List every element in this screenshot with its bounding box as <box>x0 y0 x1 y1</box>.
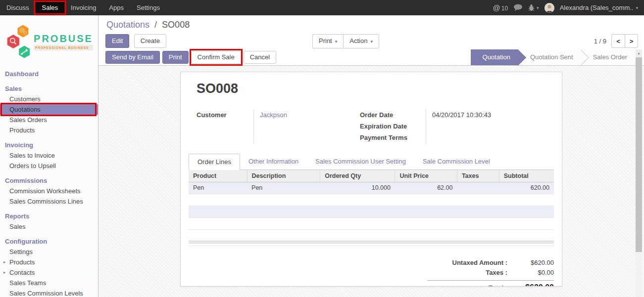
sidebar-item-commission-worksheets[interactable]: Commission Worksheets <box>0 186 98 196</box>
logo-subtitle: PROFESSIONAL BUSINESS <box>34 45 93 50</box>
tab-sale-commission-level[interactable]: Sale Commission Level <box>414 154 498 170</box>
sidebar-item-settings[interactable]: Settings <box>0 247 98 257</box>
sidebar-item-quotations[interactable]: Quotations <box>0 104 98 115</box>
user-name: Alexandra (Sales_comm.. <box>560 4 634 11</box>
sidebar-section-dashboard[interactable]: Dashboard <box>0 69 98 79</box>
menu-invoicing[interactable]: Invoicing <box>64 0 102 15</box>
confirm-sale-label: Confirm Sale <box>198 53 235 61</box>
tab-other-information[interactable]: Other Information <box>240 154 307 170</box>
taxes-row: Taxes : $0.00 <box>427 268 554 278</box>
chat-bubble-icon[interactable] <box>513 4 523 11</box>
pager-previous-button[interactable]: < <box>611 34 625 48</box>
topbar-right: @ 10 ▾ Alexandra (Sales_comm <box>493 0 644 15</box>
chevron-down-icon: ▾ <box>636 5 638 10</box>
scrollbar-up-arrow[interactable]: ▲ <box>636 49 642 57</box>
untaxed-amount-value: $620.00 <box>514 258 554 268</box>
expand-arrow-icon[interactable]: ▸ <box>3 267 6 278</box>
quotation-sheet: SO008 Customer Jackpson Order Date E <box>180 72 562 287</box>
sidebar-section-reports[interactable]: Reports <box>0 211 98 221</box>
breadcrumb-separator: / <box>154 20 157 30</box>
sidebar: PROBUSE PROFESSIONAL BUSINESS Dashboard … <box>0 15 99 297</box>
print-action-group: Print Action <box>312 34 379 48</box>
edit-button[interactable]: Edit <box>105 34 129 48</box>
mention-count: 10 <box>501 5 508 12</box>
sidebar-section-commissions[interactable]: Commissions <box>0 175 98 186</box>
bug-icon <box>528 4 535 11</box>
breadcrumb: Quotations / SO008 <box>99 15 644 32</box>
expand-arrow-icon[interactable]: ▸ <box>3 257 6 267</box>
confirm-sale-button[interactable]: Confirm Sale <box>191 51 241 64</box>
menu-sales[interactable]: Sales <box>36 0 65 15</box>
menu-settings[interactable]: Settings <box>130 0 166 15</box>
topbar-menu: Discuss Sales Invoicing Apps Settings <box>0 0 166 15</box>
send-by-email-button[interactable]: Send by Email <box>105 51 160 64</box>
table-header-row: Product Description Ordered Qty Unit Pri… <box>189 170 554 182</box>
notebook-tabs: Order Lines Other Information Sales Comm… <box>189 154 554 170</box>
order-date-field-label: Order Date <box>360 109 426 121</box>
pager-next-button[interactable]: > <box>625 34 638 48</box>
print-button[interactable]: Print <box>162 51 189 64</box>
sidebar-item-sales-commission-levels[interactable]: Sales Commission Levels <box>0 288 98 297</box>
probuse-logo: PROBUSE PROFESSIONAL BUSINESS <box>0 15 98 67</box>
order-date-value: 04/20/2017 10:30:43 <box>432 109 546 121</box>
sidebar-item-reports-sales[interactable]: Sales <box>0 221 98 232</box>
cell-subtotal: 620.00 <box>499 182 554 194</box>
sidebar-item-config-contacts[interactable]: ▸ Contacts <box>0 267 98 278</box>
form-toolbar: Send by Email Print Confirm Sale Cancel … <box>99 49 644 66</box>
sidebar-item-products[interactable]: Products <box>0 125 98 135</box>
sidebar-item-label: Products <box>9 258 35 266</box>
mentions-counter[interactable]: @ 10 <box>493 3 508 12</box>
sidebar-item-sales-commissions-lines[interactable]: Sales Commissions Lines <box>0 196 98 207</box>
action-dropdown-label: Action <box>349 37 367 44</box>
vertical-scrollbar: ▲ <box>636 49 642 297</box>
status-quotation-sent[interactable]: Quotation Sent <box>518 49 581 65</box>
breadcrumb-parent-link[interactable]: Quotations <box>106 20 149 30</box>
cell-description: Pen <box>247 182 320 194</box>
tab-order-lines[interactable]: Order Lines <box>189 154 240 170</box>
customer-value-link[interactable]: Jackpson <box>260 109 360 121</box>
sidebar-section-configuration[interactable]: Configuration <box>0 236 98 247</box>
section-separator-line <box>189 246 554 246</box>
sidebar-item-label: Contacts <box>9 269 35 276</box>
logo-title: PROBUSE <box>34 33 93 44</box>
empty-row <box>189 217 554 229</box>
avatar <box>545 3 554 13</box>
print-dropdown-button[interactable]: Print <box>312 34 343 48</box>
sidebar-item-sales-orders[interactable]: Sales Orders <box>0 115 98 125</box>
cell-ordered-qty: 10.000 <box>320 182 395 194</box>
debug-menu[interactable]: ▾ <box>528 4 539 11</box>
order-lines-table: Product Description Ordered Qty Unit Pri… <box>189 170 554 230</box>
column-header-subtotal: Subtotal <box>499 170 554 182</box>
order-line-row[interactable]: Pen Pen 10.000 62.00 620.00 <box>189 182 554 194</box>
create-button[interactable]: Create <box>134 34 166 48</box>
chevron-down-icon <box>332 37 338 44</box>
sidebar-section-sales[interactable]: Sales <box>0 84 98 94</box>
menu-discuss[interactable]: Discuss <box>0 0 36 15</box>
field-group-left: Customer Jackpson <box>197 109 360 144</box>
customer-field-label: Customer <box>197 109 253 121</box>
column-header-product: Product <box>189 170 247 182</box>
topbar: Discuss Sales Invoicing Apps Settings @ … <box>0 0 644 15</box>
expiration-date-field-label: Expiration Date <box>360 121 426 132</box>
column-header-ordered-qty: Ordered Qty <box>320 170 395 182</box>
chevron-down-icon: ▾ <box>537 5 539 10</box>
sidebar-item-customers[interactable]: Customers <box>0 94 98 104</box>
sidebar-item-orders-to-upsell[interactable]: Orders to Upsell <box>0 161 98 171</box>
sidebar-item-config-products[interactable]: ▸ Products <box>0 257 98 267</box>
sidebar-section-invoicing[interactable]: Invoicing <box>0 140 98 150</box>
column-header-taxes: Taxes <box>457 170 499 182</box>
user-menu[interactable]: Alexandra (Sales_comm.. ▾ <box>560 4 638 11</box>
tab-sales-commission-user-setting[interactable]: Sales Commission User Setting <box>307 154 414 170</box>
status-quotation[interactable]: Quotation <box>471 49 518 65</box>
menu-apps[interactable]: Apps <box>102 0 130 15</box>
pager: 1 / 9 < > <box>594 34 638 48</box>
action-dropdown-button[interactable]: Action <box>343 34 379 48</box>
sidebar-item-sales-to-invoice[interactable]: Sales to Invoice <box>0 150 98 161</box>
scrollbar-thumb[interactable] <box>636 57 642 252</box>
total-label: Total : <box>427 283 514 287</box>
column-header-description: Description <box>247 170 320 182</box>
section-separator <box>189 241 554 244</box>
cancel-button[interactable]: Cancel <box>244 51 276 64</box>
sidebar-item-sales-teams[interactable]: Sales Teams <box>0 278 98 288</box>
total-row: Total : $620.00 <box>427 283 554 287</box>
